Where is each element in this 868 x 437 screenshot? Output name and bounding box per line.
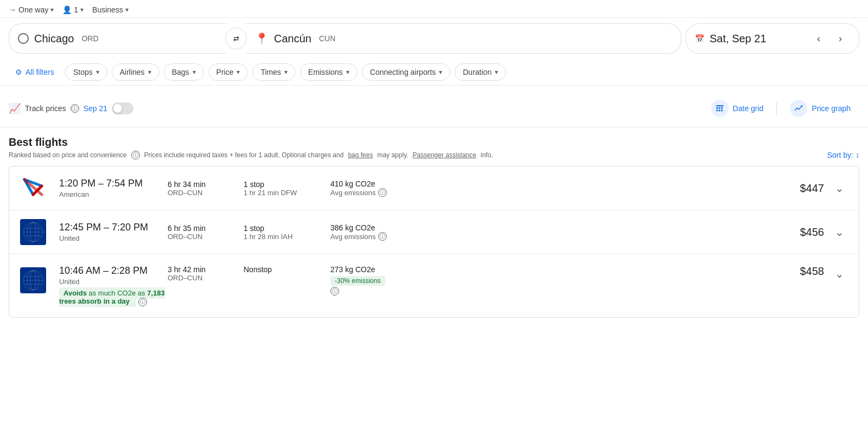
emissions-filter-button[interactable]: Emissions ▾ bbox=[300, 63, 358, 81]
eco-info-icon[interactable]: ⓘ bbox=[138, 298, 147, 306]
duration-filter-button[interactable]: Duration ▾ bbox=[455, 63, 506, 81]
flight-stops: 1 stop 1 hr 28 min IAH bbox=[244, 224, 330, 241]
track-info-icon[interactable]: ⓘ bbox=[71, 104, 79, 113]
bag-fees-link[interactable]: bag fees bbox=[348, 151, 373, 159]
airlines-chevron: ▾ bbox=[148, 68, 151, 76]
price-chevron: ▾ bbox=[237, 68, 240, 76]
results-title: Best flights bbox=[9, 136, 859, 149]
emissions-info-icon[interactable]: ⓘ bbox=[378, 188, 387, 197]
meta-info-icon[interactable]: ⓘ bbox=[131, 151, 140, 159]
origin-code: ORD bbox=[81, 34, 98, 43]
stops-chevron: ▾ bbox=[96, 68, 99, 76]
date-grid-icon bbox=[711, 100, 729, 117]
track-section: 📈 Track prices ⓘ Sep 21 Date grid Price … bbox=[0, 86, 868, 127]
airline-logo bbox=[20, 267, 46, 293]
airline-logo bbox=[20, 219, 46, 245]
airlines-filter-button[interactable]: Airlines ▾ bbox=[112, 63, 159, 81]
price-graph-button[interactable]: Price graph bbox=[781, 94, 859, 123]
passengers-label: 1 bbox=[74, 5, 78, 14]
times-filter-button[interactable]: Times ▾ bbox=[252, 63, 296, 81]
all-filters-button[interactable]: ⚙ All filters bbox=[9, 63, 61, 81]
calendar-icon: 📅 bbox=[695, 34, 704, 43]
passengers-chevron: ▾ bbox=[80, 6, 84, 14]
svg-rect-3 bbox=[721, 107, 723, 109]
svg-rect-1 bbox=[716, 107, 718, 109]
duration-chevron: ▾ bbox=[495, 68, 498, 76]
results-meta: Ranked based on price and convenience ⓘ … bbox=[9, 151, 859, 159]
ranked-text: Ranked based on price and convenience bbox=[9, 151, 127, 159]
date-field[interactable]: 📅 Sat, Sep 21 ‹ › bbox=[686, 23, 859, 54]
bags-filter-button[interactable]: Bags ▾ bbox=[164, 63, 204, 81]
passengers-selector[interactable]: 👤 1 ▾ bbox=[62, 5, 84, 14]
emissions-info-icon[interactable]: ⓘ bbox=[378, 232, 387, 241]
airlines-label: Airlines bbox=[120, 68, 145, 76]
times-chevron: ▾ bbox=[284, 68, 288, 76]
meta3-text: may apply. bbox=[377, 151, 408, 159]
emissions-label: Emissions bbox=[308, 68, 343, 76]
trip-type-label: One way bbox=[18, 5, 48, 14]
track-right: Date grid Price graph bbox=[703, 94, 859, 123]
flight-stops: 1 stop 1 hr 21 min DFW bbox=[244, 180, 330, 197]
svg-rect-5 bbox=[718, 110, 720, 111]
date-nav-arrows: ‹ › bbox=[809, 29, 850, 48]
passenger-assistance-link[interactable]: Passenger assistance bbox=[413, 151, 476, 159]
flight-duration: 6 hr 34 min ORD–CUN bbox=[168, 180, 244, 197]
airline-logo bbox=[20, 175, 46, 201]
flight-emissions: 410 kg CO2e Avg emissions ⓘ bbox=[330, 179, 800, 197]
all-filters-label: All filters bbox=[25, 68, 54, 76]
svg-rect-4 bbox=[716, 110, 718, 111]
sort-icon: ↕ bbox=[856, 151, 859, 159]
sort-by-label: Sort by: bbox=[827, 151, 853, 159]
filters-bar: ⚙ All filters Stops ▾ Airlines ▾ Bags ▾ … bbox=[0, 59, 868, 86]
svg-rect-6 bbox=[721, 110, 723, 111]
prev-date-button[interactable]: ‹ bbox=[809, 29, 828, 48]
tools-divider bbox=[776, 102, 777, 115]
stops-label: Stops bbox=[73, 68, 93, 76]
date-grid-label: Date grid bbox=[733, 104, 764, 113]
connecting-airports-chevron: ▾ bbox=[439, 68, 442, 76]
chevron-down-icon: ⌄ bbox=[835, 182, 844, 195]
swap-button[interactable]: ⇄ bbox=[225, 28, 247, 49]
bags-label: Bags bbox=[172, 68, 189, 76]
connecting-airports-filter-button[interactable]: Connecting airports ▾ bbox=[362, 63, 450, 81]
track-left: 📈 Track prices ⓘ Sep 21 bbox=[9, 102, 696, 114]
search-bar: Chicago ORD ⇄ 📍 Cancún CUN 📅 Sat, Sep 21… bbox=[9, 23, 859, 54]
pin-icon: 📍 bbox=[255, 32, 269, 45]
chevron-down-icon: ⌄ bbox=[835, 267, 844, 280]
expand-flight-button[interactable]: ⌄ bbox=[831, 223, 848, 241]
bags-chevron: ▾ bbox=[193, 68, 196, 76]
swap-icon: ⇄ bbox=[233, 35, 239, 43]
cabin-class-chevron: ▾ bbox=[125, 6, 129, 14]
track-date: Sep 21 bbox=[84, 104, 107, 113]
emissions-badge: -30% emissions bbox=[330, 276, 385, 286]
times-label: Times bbox=[260, 68, 281, 76]
dest-city: Cancún bbox=[274, 33, 311, 45]
trip-type-selector[interactable]: → One way ▾ bbox=[9, 5, 54, 14]
flight-row[interactable]: 12:45 PM – 7:20 PM United 6 hr 35 min OR… bbox=[9, 210, 859, 254]
meta2-text: Prices include required taxes + fees for… bbox=[144, 151, 344, 159]
flight-emissions: 386 kg CO2e Avg emissions ⓘ bbox=[330, 223, 800, 241]
flight-duration: 3 hr 42 min ORD–CUN bbox=[168, 265, 244, 282]
cabin-class-selector[interactable]: Business ▾ bbox=[92, 5, 129, 14]
flight-price: $447 bbox=[800, 182, 825, 195]
origin-field[interactable]: Chicago ORD bbox=[9, 23, 226, 54]
flights-list: 1:20 PM – 7:54 PM American 6 hr 34 min O… bbox=[9, 166, 859, 318]
flight-row[interactable]: 10:46 AM – 2:28 PM United Avoids as much… bbox=[9, 254, 859, 317]
origin-circle-icon bbox=[18, 33, 29, 44]
track-prices-toggle[interactable] bbox=[112, 102, 133, 114]
price-filter-button[interactable]: Price ▾ bbox=[208, 63, 248, 81]
origin-city: Chicago bbox=[34, 33, 74, 45]
destination-field[interactable]: 📍 Cancún CUN bbox=[246, 23, 681, 54]
flight-row[interactable]: 1:20 PM – 7:54 PM American 6 hr 34 min O… bbox=[9, 166, 859, 210]
price-label: Price bbox=[216, 68, 234, 76]
date-grid-button[interactable]: Date grid bbox=[703, 94, 773, 123]
expand-flight-button[interactable]: ⌄ bbox=[831, 265, 848, 282]
stops-filter-button[interactable]: Stops ▾ bbox=[65, 63, 107, 81]
next-date-button[interactable]: › bbox=[831, 29, 850, 48]
emissions-info-icon[interactable]: ⓘ bbox=[330, 287, 339, 295]
flight-times: 12:45 PM – 7:20 PM United bbox=[59, 222, 168, 242]
sort-by-button[interactable]: Sort by: ↕ bbox=[827, 151, 859, 159]
expand-flight-button[interactable]: ⌄ bbox=[831, 179, 848, 197]
results-section: Best flights Ranked based on price and c… bbox=[0, 127, 868, 326]
arrow-right-icon: → bbox=[9, 5, 16, 14]
